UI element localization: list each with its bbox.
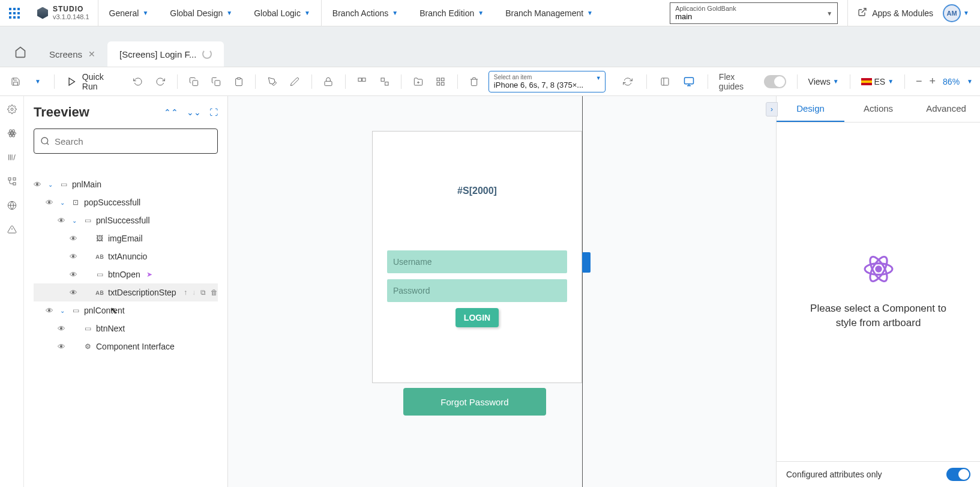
tree-node-btnnext[interactable]: 👁 ▭ btnNext <box>34 319 218 337</box>
home-icon[interactable] <box>10 41 31 63</box>
copy2-icon[interactable] <box>354 73 370 90</box>
grid-icon[interactable] <box>432 73 448 90</box>
flex-guides-toggle[interactable]: Flex guides <box>719 72 786 91</box>
move-down-icon[interactable]: ↓ <box>192 288 196 297</box>
monitor-icon[interactable] <box>681 73 697 90</box>
brush-icon[interactable] <box>264 73 280 90</box>
tree-node-pnlmain[interactable]: 👁⌄ ▭ pnlMain <box>34 175 218 193</box>
username-input[interactable]: Username <box>387 250 567 273</box>
undo-icon[interactable] <box>130 73 146 90</box>
tree-node-pnlcontent[interactable]: 👁⌄ ▭ pnlContent ↖ <box>34 301 218 319</box>
refresh-icon[interactable] <box>620 73 636 90</box>
tab-login-f[interactable]: [Screens] Login F... <box>107 41 224 67</box>
save-icon[interactable] <box>7 73 23 90</box>
menu-branch-actions[interactable]: Branch Actions▼ <box>322 0 409 26</box>
zoom-value[interactable]: 86% <box>943 77 960 86</box>
apps-modules-button[interactable]: Apps & Modules <box>847 0 933 26</box>
password-input[interactable]: Password <box>387 279 567 302</box>
atom-icon[interactable] <box>5 126 19 141</box>
user-menu[interactable]: AM ▼ <box>943 4 969 22</box>
zoom-out-button[interactable]: − <box>916 75 922 88</box>
visibility-icon[interactable]: 👁 <box>58 324 68 333</box>
tree-node-txtanuncio[interactable]: 👁 ᴀʙ txtAnuncio <box>34 247 218 265</box>
close-icon[interactable]: ✕ <box>88 49 95 59</box>
tree-node-pnlsuccessfull[interactable]: 👁⌄ ▭ pnlSuccessfull <box>34 211 218 229</box>
caret-icon[interactable]: ⌄ <box>60 199 67 206</box>
visibility-icon[interactable]: 👁 <box>70 234 80 243</box>
tree-node-popsuccessfull[interactable]: 👁⌄ ⊡ popSuccessfull <box>34 193 218 211</box>
language-dropdown[interactable]: ES▼ <box>861 77 894 86</box>
visibility-icon[interactable]: 👁 <box>70 270 80 279</box>
tab-actions[interactable]: Actions <box>844 96 912 122</box>
visibility-icon[interactable]: 👁 <box>46 306 56 315</box>
layout-icon[interactable] <box>657 73 673 90</box>
configured-only-switch[interactable] <box>946 468 970 481</box>
logo-icon <box>37 7 48 19</box>
tree-node-component-interface[interactable]: 👁 ⚙ Component Interface <box>34 337 218 355</box>
forgot-password-button[interactable]: Forgot Password <box>403 388 546 416</box>
caret-icon[interactable]: ⌄ <box>48 181 55 188</box>
duplicate-icon[interactable] <box>376 73 392 90</box>
library-icon[interactable] <box>5 150 19 165</box>
pen-icon[interactable] <box>286 73 302 90</box>
globe-icon[interactable] <box>5 198 19 213</box>
svg-rect-3 <box>9 12 11 14</box>
expand-all-icon[interactable]: ⌄⌄ <box>187 107 201 117</box>
collapse-panel-button[interactable]: › <box>766 102 778 116</box>
canvas[interactable]: #S[2000] Username Password LOGIN Forgot … <box>228 96 776 487</box>
fullscreen-icon[interactable]: ⛶ <box>209 107 218 117</box>
move-up-icon[interactable]: ↑ <box>184 288 187 297</box>
tree-node-txtdescriptionstep[interactable]: 👁 ᴀʙ txtDescriptionStep ↑ ↓ ⧉ 🗑 <box>34 283 218 301</box>
quick-run-button[interactable]: Quick Run <box>63 72 124 91</box>
tab-screens[interactable]: Screens ✕ <box>37 41 107 67</box>
avatar: AM <box>943 4 961 22</box>
caret-icon[interactable]: ⌄ <box>60 307 67 314</box>
menu-global-design[interactable]: Global Design▼ <box>159 0 243 26</box>
top-bar: STUDIO v3.1.0.148.1 General▼ Global Desi… <box>0 0 980 26</box>
menu-branch-edition[interactable]: Branch Edition▼ <box>409 0 495 26</box>
visibility-icon[interactable]: 👁 <box>58 216 68 225</box>
delete-icon[interactable]: 🗑 <box>211 288 218 297</box>
tab-design[interactable]: Design <box>777 96 844 122</box>
trash-icon[interactable] <box>466 73 482 90</box>
gear-icon[interactable] <box>5 102 19 116</box>
tree-search[interactable] <box>34 129 218 154</box>
device-selector[interactable]: Select an item iPhone 6, 6s, 7, 8 (375×.… <box>488 71 606 92</box>
collapse-all-icon[interactable]: ⌃⌃ <box>164 107 178 117</box>
switch-icon[interactable] <box>764 75 786 88</box>
chevron-down-icon: ▼ <box>478 10 484 16</box>
tree-node-btnopen[interactable]: 👁 ▭ btnOpen ➤ <box>34 265 218 283</box>
folder-add-icon[interactable] <box>410 73 426 90</box>
copy-icon[interactable]: ⧉ <box>200 288 206 297</box>
svg-rect-35 <box>13 178 16 180</box>
cut-icon[interactable] <box>208 73 224 90</box>
paste-icon[interactable] <box>230 73 247 90</box>
svg-rect-8 <box>17 16 20 19</box>
app-selector[interactable]: Aplicación GoldBank main ▼ <box>670 2 838 24</box>
resize-handle[interactable] <box>582 252 591 273</box>
menu-general[interactable]: General▼ <box>98 0 160 26</box>
apps-grid-icon[interactable] <box>0 8 29 19</box>
visibility-icon[interactable]: 👁 <box>34 180 44 189</box>
chevron-down-icon: ▼ <box>963 10 969 16</box>
caret-icon[interactable]: ⌄ <box>72 217 79 224</box>
chevron-down-icon[interactable]: ▼ <box>29 73 46 90</box>
copy-icon[interactable] <box>186 73 202 90</box>
artboard[interactable]: #S[2000] Username Password LOGIN <box>372 131 582 383</box>
views-dropdown[interactable]: Views▼ <box>808 77 839 86</box>
visibility-icon[interactable]: 👁 <box>70 252 80 261</box>
tree-node-imgemail[interactable]: 👁 🖼 imgEmail <box>34 229 218 247</box>
menu-branch-management[interactable]: Branch Management▼ <box>495 0 604 26</box>
search-input[interactable] <box>55 136 211 147</box>
lock-icon[interactable] <box>320 73 337 90</box>
visibility-icon[interactable]: 👁 <box>46 198 56 207</box>
zoom-in-button[interactable]: + <box>930 75 936 88</box>
tree-icon[interactable] <box>5 174 19 189</box>
warning-icon[interactable] <box>5 222 19 237</box>
tab-advanced[interactable]: Advanced <box>912 96 980 122</box>
menu-global-logic[interactable]: Global Logic▼ <box>243 0 322 26</box>
visibility-icon[interactable]: 👁 <box>58 342 68 351</box>
login-button[interactable]: LOGIN <box>455 308 499 327</box>
visibility-icon[interactable]: 👁 <box>70 288 80 297</box>
redo-icon[interactable] <box>152 73 168 90</box>
